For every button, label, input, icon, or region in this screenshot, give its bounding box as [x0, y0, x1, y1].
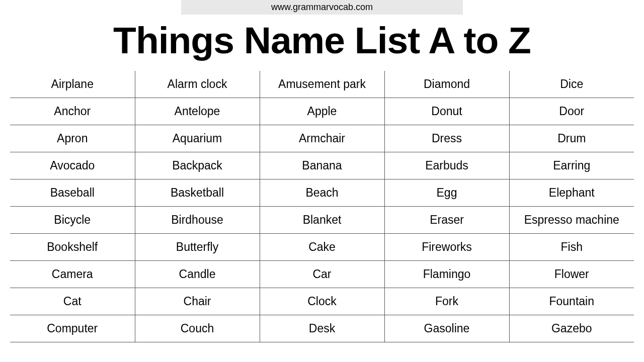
table-cell: Computer [10, 315, 135, 342]
things-table: AirplaneAlarm clockAmusement parkDiamond… [10, 71, 634, 342]
table-cell: Blanket [260, 207, 384, 234]
table-cell: Gazebo [509, 315, 634, 342]
table-cell: Fountain [509, 288, 634, 315]
table-cell: Desk [260, 315, 384, 342]
table-cell: Cat [10, 288, 135, 315]
table-cell: Clock [260, 288, 384, 315]
page-title: Things Name List A to Z [0, 19, 644, 62]
table-cell: Dress [384, 125, 509, 152]
table-container: AirplaneAlarm clockAmusement parkDiamond… [0, 71, 644, 342]
table-cell: Aquarium [135, 125, 260, 152]
table-cell: Car [260, 261, 384, 288]
table-row: ApronAquariumArmchairDressDrum [10, 125, 634, 152]
table-cell: Chair [135, 288, 260, 315]
table-cell: Camera [10, 261, 135, 288]
table-cell: Butterfly [135, 234, 260, 261]
table-cell: Espresso machine [509, 207, 634, 234]
table-cell: Backpack [135, 152, 260, 179]
site-url: www.grammarvocab.com [271, 2, 373, 12]
table-cell: Banana [260, 152, 384, 179]
table-cell: Antelope [135, 98, 260, 125]
table-cell: Dice [509, 71, 634, 98]
table-cell: Anchor [10, 98, 135, 125]
table-row: CatChairClockForkFountain [10, 288, 634, 315]
table-cell: Baseball [10, 179, 135, 207]
table-cell: Gasoline [384, 315, 509, 342]
table-cell: Drum [509, 125, 634, 152]
table-cell: Fireworks [384, 234, 509, 261]
table-row: ComputerCouchDeskGasolineGazebo [10, 315, 634, 342]
table-row: AirplaneAlarm clockAmusement parkDiamond… [10, 71, 634, 98]
table-cell: Egg [384, 179, 509, 207]
table-cell: Avocado [10, 152, 135, 179]
table-cell: Bookshelf [10, 234, 135, 261]
table-cell: Earring [509, 152, 634, 179]
table-row: BicycleBirdhouseBlanketEraserEspresso ma… [10, 207, 634, 234]
table-row: BaseballBasketballBeachEggElephant [10, 179, 634, 207]
table-cell: Amusement park [260, 71, 384, 98]
table-row: AnchorAntelopeAppleDonutDoor [10, 98, 634, 125]
table-cell: Beach [260, 179, 384, 207]
table-cell: Flamingo [384, 261, 509, 288]
table-cell: Elephant [509, 179, 634, 207]
table-row: BookshelfButterflyCakeFireworksFish [10, 234, 634, 261]
table-row: CameraCandleCarFlamingoFlower [10, 261, 634, 288]
table-cell: Apron [10, 125, 135, 152]
table-cell: Armchair [260, 125, 384, 152]
table-cell: Bicycle [10, 207, 135, 234]
table-cell: Candle [135, 261, 260, 288]
table-cell: Apple [260, 98, 384, 125]
table-cell: Earbuds [384, 152, 509, 179]
table-cell: Airplane [10, 71, 135, 98]
table-cell: Fork [384, 288, 509, 315]
table-cell: Fish [509, 234, 634, 261]
table-cell: Alarm clock [135, 71, 260, 98]
table-cell: Basketball [135, 179, 260, 207]
table-cell: Door [509, 98, 634, 125]
table-cell: Couch [135, 315, 260, 342]
table-cell: Diamond [384, 71, 509, 98]
table-cell: Flower [509, 261, 634, 288]
table-cell: Donut [384, 98, 509, 125]
table-row: AvocadoBackpackBananaEarbudsEarring [10, 152, 634, 179]
site-header: www.grammarvocab.com [181, 0, 463, 15]
table-cell: Birdhouse [135, 207, 260, 234]
table-cell: Eraser [384, 207, 509, 234]
table-cell: Cake [260, 234, 384, 261]
